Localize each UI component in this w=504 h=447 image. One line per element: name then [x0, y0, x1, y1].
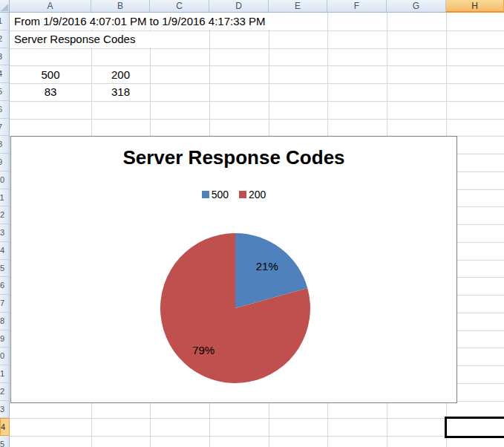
row-header-23[interactable]: 23 [0, 401, 10, 419]
selected-cell-outline [445, 417, 504, 438]
row-number: 2 [0, 30, 10, 47]
row-number: 15 [0, 260, 10, 276]
row-header-3[interactable]: 3 [0, 48, 10, 66]
column-header-B[interactable]: B [91, 0, 150, 13]
row-header-21[interactable]: 21 [0, 365, 10, 383]
row-number: 12 [0, 206, 10, 223]
cell-A4[interactable]: 500 [10, 65, 91, 83]
pie-chart-object[interactable]: Server Response Codes 500200 21%79% [10, 136, 457, 403]
row-number: 5 [0, 83, 10, 99]
row-number: 22 [0, 383, 10, 399]
row-header-7[interactable]: 7 [0, 119, 10, 137]
row-header-13[interactable]: 13 [0, 224, 10, 242]
row-header-15[interactable]: 15 [0, 260, 10, 278]
select-all-corner[interactable] [0, 0, 10, 13]
gridline-horizontal [10, 418, 504, 419]
row-number: 9 [0, 154, 10, 170]
row-header-8[interactable]: 8 [0, 136, 10, 154]
cell-B4[interactable]: 200 [91, 65, 150, 83]
column-header-A[interactable]: A [10, 0, 91, 13]
cell-A5[interactable]: 83 [10, 83, 91, 101]
row-header-9[interactable]: 9 [0, 154, 10, 172]
row-header-22[interactable]: 22 [0, 383, 10, 401]
cell-A1[interactable]: From 1/9/2016 4:07:01 PM to 1/9/2016 4:1… [11, 13, 304, 30]
row-number: 17 [0, 295, 10, 311]
row-header-25[interactable]: 25 [0, 436, 10, 447]
row-header-5[interactable]: 5 [0, 83, 10, 101]
row-number: 8 [0, 136, 10, 152]
row-header-20[interactable]: 20 [0, 348, 10, 365]
row-number: 11 [0, 189, 10, 206]
row-header-19[interactable]: 19 [0, 330, 10, 348]
row-number: 23 [0, 401, 10, 417]
column-header-E[interactable]: E [269, 0, 327, 13]
row-header-17[interactable]: 17 [0, 295, 10, 313]
row-header-11[interactable]: 11 [0, 189, 10, 207]
gridline-horizontal [10, 119, 504, 120]
row-header-2[interactable]: 2 [0, 30, 10, 48]
pie-plot: 21%79% [11, 137, 456, 402]
cell-B5[interactable]: 318 [91, 83, 150, 101]
row-number: 16 [0, 277, 10, 293]
pie-percent-label: 21% [256, 260, 278, 273]
cell-A2[interactable]: Server Response Codes [11, 31, 182, 48]
row-header-12[interactable]: 12 [0, 206, 10, 224]
row-number: 6 [0, 101, 10, 117]
gridline-horizontal [10, 48, 504, 49]
row-header-6[interactable]: 6 [0, 101, 10, 119]
row-number: 20 [0, 348, 10, 364]
gridline-horizontal [10, 101, 504, 102]
column-header-F[interactable]: F [327, 0, 387, 13]
column-header-H[interactable]: H [446, 0, 504, 13]
spreadsheet: ABCDEFGH 1234567891011121314151617181920… [0, 0, 504, 447]
row-header-18[interactable]: 18 [0, 313, 10, 330]
select-all-triangle-icon [1, 4, 8, 11]
row-number: 3 [0, 48, 10, 65]
column-header-G[interactable]: G [387, 0, 446, 13]
row-number: 19 [0, 330, 10, 347]
column-header-C[interactable]: C [150, 0, 209, 13]
row-number: 10 [0, 172, 10, 188]
row-header-4[interactable]: 4 [0, 65, 10, 83]
row-number: 1 [0, 13, 10, 29]
row-header-1[interactable]: 1 [0, 13, 10, 30]
row-header-10[interactable]: 10 [0, 172, 10, 189]
row-number: 21 [0, 365, 10, 382]
row-header-14[interactable]: 14 [0, 242, 10, 260]
gridline-horizontal [10, 436, 504, 437]
row-number: 25 [0, 436, 10, 447]
row-number: 7 [0, 119, 10, 135]
row-number: 13 [0, 224, 10, 241]
column-header-D[interactable]: D [209, 0, 269, 13]
row-number: 4 [0, 65, 10, 82]
row-number: 18 [0, 313, 10, 329]
pie-percent-label: 79% [192, 344, 215, 356]
row-number: 14 [0, 242, 10, 258]
row-header-16[interactable]: 16 [0, 277, 10, 295]
row-number: 24 [0, 419, 10, 435]
row-header-24[interactable]: 24 [0, 418, 10, 436]
